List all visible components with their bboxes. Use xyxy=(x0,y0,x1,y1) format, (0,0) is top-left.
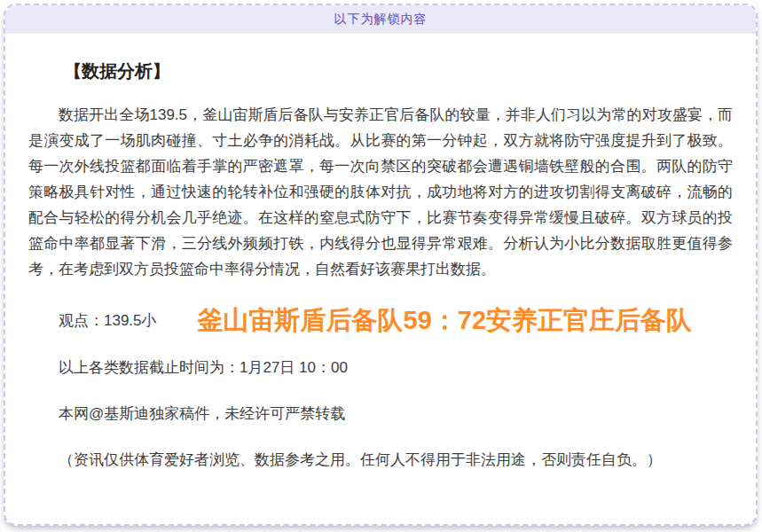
copyright-notice: 本网@基斯迪独家稿件，未经许可严禁转载 xyxy=(28,401,733,426)
unlocked-content-panel: 以下为解锁内容 【数据分析】 数据开出全场139.5，釜山宙斯盾后备队与安养正官… xyxy=(4,4,758,526)
disclaimer-note: （资讯仅供体育爱好者浏览、数据参考之用。任何人不得用于非法用途，否则责任自负。） xyxy=(28,447,733,473)
section-title: 【数据分析】 xyxy=(28,59,733,84)
viewpoint-row: 观点：139.5小 釜山宙斯盾后备队59：72安养正官庄后备队 xyxy=(28,303,733,337)
score-prediction: 釜山宙斯盾后备队59：72安养正官庄后备队 xyxy=(157,303,733,337)
article-content: 【数据分析】 数据开出全场139.5，釜山宙斯盾后备队与安养正官后备队的较量，并… xyxy=(5,34,756,473)
unlocked-banner: 以下为解锁内容 xyxy=(5,5,756,34)
viewpoint-label: 观点：139.5小 xyxy=(28,308,157,333)
analysis-paragraph: 数据开出全场139.5，釜山宙斯盾后备队与安养正官后备队的较量，并非人们习以为常… xyxy=(28,102,733,282)
unlocked-banner-text: 以下为解锁内容 xyxy=(334,12,428,27)
data-deadline: 以上各类数据截止时间为：1月27日 10：00 xyxy=(28,355,733,380)
